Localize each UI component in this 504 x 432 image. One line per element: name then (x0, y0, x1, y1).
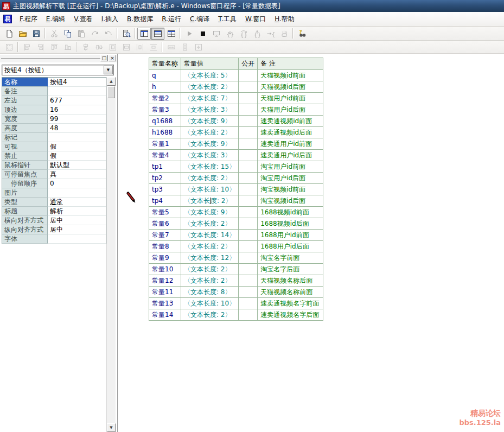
property-label[interactable]: 标题 (2, 207, 48, 216)
constant-name-cell[interactable]: h1688 (149, 127, 181, 138)
property-label[interactable]: 名称 (2, 78, 48, 87)
property-value[interactable]: 16 (48, 105, 106, 115)
child-close-button[interactable]: × (109, 55, 116, 61)
property-label[interactable]: 纵向对齐方式 (2, 225, 48, 234)
constant-remark-cell[interactable]: 速卖通视频名字后面 (258, 309, 323, 321)
constant-public-cell[interactable] (239, 173, 258, 184)
constant-remark-cell[interactable]: 天猫视频id前面 (258, 70, 323, 81)
constant-value-cell[interactable]: 〈文本长度: 9〉 (181, 116, 239, 127)
property-value[interactable]: 假 (48, 142, 106, 151)
property-label[interactable]: 图片 (2, 188, 48, 198)
constant-value-cell[interactable]: 〈文本长度: 9〉 (181, 138, 239, 150)
scroll-up-button[interactable]: ▲ (107, 77, 116, 86)
special-find-button[interactable]: ? (295, 28, 309, 40)
property-label[interactable]: 字体 (2, 234, 48, 244)
constant-name-cell[interactable]: 常量4 (149, 150, 181, 161)
constant-remark-cell[interactable]: 天猫视频名称后面 (258, 275, 323, 287)
constant-public-cell[interactable] (239, 138, 258, 150)
constant-public-cell[interactable] (239, 81, 258, 93)
constant-name-cell[interactable]: 常量11 (149, 287, 181, 298)
constant-value-cell[interactable]: 〈文本长度: 14〉 (181, 230, 239, 241)
property-value[interactable]: 默认型 (48, 161, 106, 170)
menu-R[interactable]: R.运行 (157, 12, 186, 26)
constant-value-cell[interactable]: 〈文本长度: 7〉 (181, 93, 239, 104)
constant-remark-cell[interactable]: 速卖通用户id后面 (258, 150, 323, 161)
constant-value-cell[interactable]: 〈文本长度: 8〉 (181, 287, 239, 298)
constant-public-cell[interactable] (239, 104, 258, 116)
constant-remark-cell[interactable]: 淘宝名字前面 (258, 252, 323, 264)
constant-name-cell[interactable]: 常量8 (149, 241, 181, 252)
menu-B[interactable]: B.数据库 (123, 12, 157, 26)
constant-public-cell[interactable] (239, 150, 258, 161)
constant-remark-cell[interactable]: 天猫用户id前面 (258, 93, 323, 104)
new-document-button[interactable] (2, 28, 16, 40)
constant-public-cell[interactable] (239, 195, 258, 207)
property-label[interactable]: 高度 (2, 124, 48, 133)
constant-public-cell[interactable] (239, 275, 258, 287)
constant-public-cell[interactable] (239, 93, 258, 104)
property-label[interactable]: 停留顺序 (2, 179, 48, 188)
save-button[interactable] (29, 28, 43, 40)
constant-remark-cell[interactable]: 天猫用户id后面 (258, 104, 323, 116)
constant-name-cell[interactable]: 常量5 (149, 207, 181, 218)
property-value[interactable]: 99 (48, 115, 106, 124)
constant-value-cell[interactable]: 〈文本长度: 2〉 (181, 173, 239, 184)
constant-public-cell[interactable] (239, 116, 258, 127)
copy-button[interactable] (61, 28, 74, 40)
panel-grip[interactable] (1, 58, 103, 60)
constant-public-cell[interactable] (239, 207, 258, 218)
menu-F[interactable]: F.程序 (15, 12, 42, 26)
property-label[interactable]: 禁止 (2, 151, 48, 161)
constant-name-cell[interactable]: tp3 (149, 184, 181, 195)
constant-public-cell[interactable] (239, 230, 258, 241)
constant-remark-cell[interactable]: 淘宝视频id前面 (258, 184, 323, 195)
property-value[interactable]: 真 (48, 170, 106, 179)
property-label[interactable]: 横向对齐方式 (2, 216, 48, 225)
property-value[interactable] (48, 87, 106, 96)
constant-name-cell[interactable]: q1688 (149, 116, 181, 127)
child-restore-button[interactable]: □ (100, 55, 108, 61)
constant-name-cell[interactable]: 常量10 (149, 264, 181, 275)
constant-value-cell[interactable]: 〈文本长度: 2〉 (181, 264, 239, 275)
column-header[interactable]: 常量值 (181, 58, 239, 70)
menu-T[interactable]: T.工具 (214, 12, 241, 26)
constant-value-cell[interactable]: 〈文本长度: 2〉 (181, 218, 239, 230)
property-label[interactable]: 可视 (2, 142, 48, 151)
constant-name-cell[interactable]: 常量6 (149, 218, 181, 230)
constant-public-cell[interactable] (239, 218, 258, 230)
column-header[interactable]: 公开 (239, 58, 258, 70)
component-selector-combobox[interactable]: 按钮4（按钮） ▼ (2, 65, 114, 75)
constant-public-cell[interactable] (239, 264, 258, 275)
layout-top-button[interactable] (151, 28, 164, 40)
property-label[interactable]: 可停留焦点 (2, 170, 48, 179)
constant-name-cell[interactable]: 常量13 (149, 298, 181, 309)
constant-remark-cell[interactable]: 速卖通视频id前面 (258, 116, 323, 127)
constant-name-cell[interactable]: tp1 (149, 161, 181, 173)
layout-grid-button[interactable] (164, 28, 178, 40)
constant-remark-cell[interactable]: 1688用户id后面 (258, 241, 323, 252)
stop-button[interactable] (196, 28, 209, 40)
property-value[interactable]: 677 (48, 96, 106, 105)
property-value[interactable]: 假 (48, 151, 106, 161)
constant-public-cell[interactable] (239, 184, 258, 195)
scroll-down-button[interactable]: ▼ (107, 423, 116, 432)
property-label[interactable]: 类型 (2, 198, 48, 207)
property-value[interactable]: 通常 (48, 198, 106, 207)
constant-remark-cell[interactable]: 速卖通视频id后面 (258, 127, 323, 138)
column-header[interactable]: 常量名称 (149, 58, 181, 70)
property-value[interactable]: 48 (48, 124, 106, 133)
constant-name-cell[interactable]: 常量3 (149, 104, 181, 116)
constant-value-cell[interactable]: 〈文本长度: 10〉 (181, 298, 239, 309)
constant-remark-cell[interactable]: 速卖通视频名字前面 (258, 298, 323, 309)
constant-value-cell[interactable]: 〈文本长度: 10〉 (181, 184, 239, 195)
constant-name-cell[interactable]: 常量2 (149, 93, 181, 104)
constant-remark-cell[interactable]: 淘宝视频id后面 (258, 195, 323, 207)
property-value[interactable]: 居中 (48, 225, 106, 234)
constant-remark-cell[interactable]: 1688视频id前面 (258, 207, 323, 218)
menu-V[interactable]: V.查看 (69, 12, 97, 26)
property-label[interactable]: 宽度 (2, 115, 48, 124)
constant-name-cell[interactable]: 常量9 (149, 252, 181, 264)
constant-value-cell[interactable]: 〈文本长度: 2〉 (181, 195, 239, 207)
property-value[interactable]: 按钮4 (48, 78, 106, 87)
constant-public-cell[interactable] (239, 70, 258, 81)
